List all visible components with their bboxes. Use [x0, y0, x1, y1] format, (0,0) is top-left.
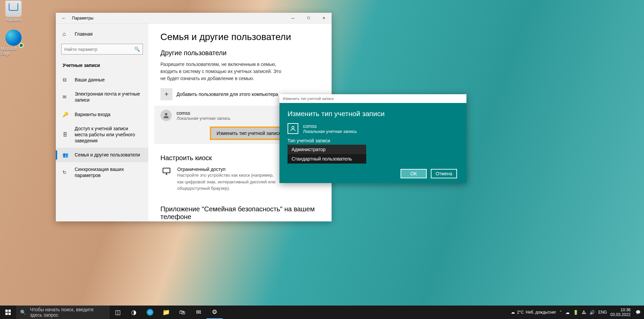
edge-icon — [5, 30, 22, 46]
account-type-label: Тип учетной записи — [288, 138, 458, 143]
taskbar-mail[interactable]: ✉ — [190, 306, 206, 319]
tray-time: 10:36 — [610, 308, 631, 312]
dialog-user-info: comss Локальная учетная запись — [288, 123, 458, 134]
sidebar-item-work[interactable]: 🗄 Доступ к учетной записи места работы и… — [56, 121, 148, 148]
svg-rect-6 — [8, 313, 11, 315]
mail-icon: ✉ — [63, 94, 69, 100]
ok-button[interactable]: ОК — [401, 169, 427, 178]
back-button[interactable]: ← — [56, 15, 72, 21]
tray-date: 03.03.2022 — [610, 312, 631, 317]
tray-network-icon[interactable]: 🖧 — [582, 310, 586, 315]
titlebar: ← Параметры — ☐ ✕ — [56, 13, 332, 24]
svg-rect-4 — [8, 310, 11, 312]
tray-onedrive-icon[interactable]: ☁ — [565, 310, 570, 315]
dialog-titlebar: Изменить тип учетной записи — [279, 94, 466, 103]
dialog-user-name: comss — [303, 123, 357, 129]
edge-badge-icon — [19, 43, 24, 48]
start-button[interactable] — [0, 306, 16, 319]
taskbar-search[interactable]: 🔍 Чтобы начать поиск, введите здесь запр… — [16, 306, 110, 319]
close-button[interactable]: ✕ — [316, 13, 332, 24]
sidebar: ⌂ Главная 🔍 Учетные записи 𝍈 Ваши данные… — [56, 24, 148, 221]
other-users-desc: Разрешите пользователям, не включенным в… — [160, 61, 281, 82]
tray-notifications[interactable]: 💬 — [634, 310, 642, 315]
tray-chevron-up-icon[interactable]: ˄ — [560, 310, 562, 315]
user-name: comss — [177, 110, 230, 116]
window-title: Параметры — [72, 16, 285, 21]
task-view-button[interactable]: ◫ — [110, 306, 126, 319]
taskbar-edge[interactable] — [142, 306, 158, 319]
tray-battery-icon[interactable]: 🔋 — [573, 310, 578, 315]
kiosk-row-title: Ограниченный доступ — [177, 167, 278, 172]
briefcase-icon: 🗄 — [63, 132, 69, 137]
weather-text: Неб. дождь/снег — [526, 310, 556, 315]
svg-point-2 — [292, 126, 294, 129]
sidebar-item-signin[interactable]: 🔑 Варианты входа — [56, 107, 148, 121]
family-app-title: Приложение "Семейная безопасность" на ва… — [160, 205, 319, 221]
minimize-button[interactable]: — — [285, 13, 301, 24]
weather-icon: ☁ — [511, 310, 515, 315]
home-icon: ⌂ — [63, 31, 69, 37]
tray-language[interactable]: ENG — [598, 310, 607, 315]
change-account-type-dialog: Изменить тип учетной записи Изменить тип… — [279, 94, 466, 183]
search-icon: 🔍 — [20, 310, 26, 315]
sidebar-home-label: Главная — [75, 31, 92, 37]
recycle-bin-label: Корзина — [6, 17, 21, 22]
search-box[interactable]: 🔍 — [61, 44, 143, 55]
people-icon: 👥 — [63, 152, 69, 157]
svg-rect-1 — [163, 168, 170, 173]
plus-icon: + — [160, 88, 173, 100]
desktop-icon-recycle-bin[interactable]: Корзина — [1, 1, 26, 22]
sidebar-item-email[interactable]: ✉ Электронная почта и учетные записи — [56, 87, 148, 107]
search-icon: 🔍 — [134, 46, 140, 52]
tray-weather[interactable]: ☁ 2°C Неб. дождь/снег — [511, 310, 556, 315]
sidebar-item-sync[interactable]: ↻ Синхронизация ваших параметров — [56, 162, 148, 182]
svg-rect-3 — [5, 310, 8, 312]
page-title: Семья и другие пользователи — [160, 32, 319, 42]
dropdown-option-standard[interactable]: Стандартный пользователь — [288, 154, 366, 164]
tray-clock[interactable]: 10:36 03.03.2022 — [610, 308, 631, 317]
svg-point-0 — [165, 113, 167, 115]
taskbar: 🔍 Чтобы начать поиск, введите здесь запр… — [0, 306, 644, 319]
account-type-dropdown[interactable]: Администратор Стандартный пользователь — [288, 145, 366, 164]
dropdown-option-admin[interactable]: Администратор — [288, 145, 366, 154]
tray-volume-icon[interactable]: 🔊 — [590, 310, 595, 315]
sidebar-home[interactable]: ⌂ Главная — [56, 28, 148, 40]
other-users-title: Другие пользователи — [160, 49, 319, 57]
taskbar-widgets[interactable]: ◑ — [126, 306, 142, 319]
user-type: Локальная учетная запись — [177, 116, 230, 121]
taskbar-store[interactable]: 🛍 — [174, 306, 190, 319]
kiosk-row-desc: Настройте это устройство как киоск (напр… — [177, 172, 278, 192]
user-avatar-icon — [160, 110, 172, 121]
person-card-icon: 𝍈 — [63, 77, 69, 82]
key-icon: 🔑 — [63, 112, 69, 117]
svg-rect-5 — [5, 313, 8, 315]
sidebar-item-your-info[interactable]: 𝍈 Ваши данные — [56, 73, 148, 87]
recycle-bin-icon — [5, 1, 22, 17]
monitor-icon — [160, 167, 173, 192]
search-placeholder: Чтобы начать поиск, введите здесь запрос — [30, 307, 106, 318]
dialog-heading: Изменить тип учетной записи — [288, 110, 458, 118]
taskbar-explorer[interactable]: 📁 — [158, 306, 174, 319]
change-account-type-button[interactable]: Изменить тип учетной записи — [210, 127, 288, 140]
dialog-user-type: Локальная учетная запись — [303, 129, 357, 134]
maximize-button[interactable]: ☐ — [301, 13, 316, 24]
cancel-button[interactable]: Отмена — [431, 169, 457, 178]
sidebar-item-family[interactable]: 👥 Семья и другие пользователи — [56, 148, 148, 162]
system-tray: ☁ 2°C Неб. дождь/снег ˄ ☁ 🔋 🖧 🔊 ENG 10:3… — [511, 308, 644, 317]
sidebar-heading: Учетные записи — [56, 58, 148, 73]
desktop-icon-edge[interactable]: Microsoft Edge — [1, 30, 26, 56]
windows-logo-icon — [5, 310, 11, 315]
taskbar-settings[interactable]: ⚙ — [206, 306, 223, 319]
weather-temp: 2°C — [517, 310, 524, 315]
sync-icon: ↻ — [63, 170, 69, 175]
search-input[interactable] — [64, 47, 134, 52]
add-user-label: Добавить пользователя для этого компьюте… — [177, 92, 278, 97]
edge-label: Microsoft Edge — [1, 46, 26, 56]
user-outline-icon — [288, 123, 298, 134]
